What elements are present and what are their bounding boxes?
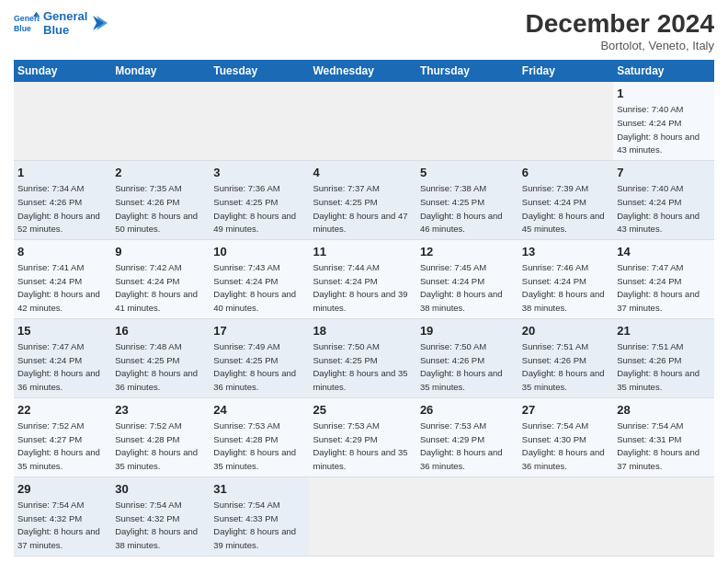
- logo: General Blue General Blue: [14, 9, 109, 37]
- day-number: 7: [617, 165, 711, 181]
- day-number: 8: [17, 244, 108, 260]
- sunset: Sunset: 4:26 PM: [420, 355, 484, 365]
- sunrise: Sunrise: 7:53 AM: [420, 420, 486, 431]
- daylight: Daylight: 8 hours and 45 minutes.: [522, 211, 605, 235]
- daylight: Daylight: 8 hours and 52 minutes.: [17, 211, 100, 235]
- day-number: 3: [213, 165, 305, 181]
- sunset: Sunset: 4:25 PM: [213, 355, 278, 365]
- day-number: 16: [115, 323, 206, 339]
- sunrise: Sunrise: 7:52 AM: [17, 420, 84, 431]
- day-cell: 12Sunrise: 7:45 AMSunset: 4:24 PMDayligh…: [416, 239, 518, 318]
- week-row-2: 1Sunrise: 7:34 AMSunset: 4:26 PMDaylight…: [14, 160, 714, 239]
- week-row-6: 29Sunrise: 7:54 AMSunset: 4:32 PMDayligh…: [14, 477, 714, 556]
- sunrise: Sunrise: 7:36 AM: [213, 183, 279, 193]
- week-row-1: 1Sunrise: 7:40 AMSunset: 4:24 PMDaylight…: [14, 82, 714, 160]
- logo-icon: General Blue: [14, 10, 40, 36]
- day-cell: 13Sunrise: 7:46 AMSunset: 4:24 PMDayligh…: [518, 239, 613, 318]
- daylight: Daylight: 8 hours and 35 minutes.: [313, 447, 407, 471]
- day-number: 13: [522, 244, 609, 260]
- sunset: Sunset: 4:24 PM: [17, 355, 82, 365]
- header-row: SundayMondayTuesdayWednesdayThursdayFrid…: [14, 60, 714, 82]
- col-header-saturday: Saturday: [613, 60, 714, 82]
- day-number: 11: [313, 244, 412, 260]
- sunrise: Sunrise: 7:51 AM: [617, 341, 683, 351]
- sunset: Sunset: 4:30 PM: [522, 434, 586, 444]
- sunrise: Sunrise: 7:53 AM: [213, 420, 279, 431]
- sunrise: Sunrise: 7:48 AM: [115, 341, 181, 351]
- day-cell: 14Sunrise: 7:47 AMSunset: 4:24 PMDayligh…: [613, 239, 714, 318]
- day-cell: [14, 82, 111, 160]
- sunset: Sunset: 4:28 PM: [213, 434, 278, 444]
- day-number: 15: [17, 323, 108, 339]
- sunrise: Sunrise: 7:51 AM: [522, 341, 588, 351]
- title-block: December 2024 Bortolot, Veneto, Italy: [526, 9, 714, 52]
- day-cell: 28Sunrise: 7:54 AMSunset: 4:31 PMDayligh…: [613, 397, 714, 477]
- logo-blue: Blue: [43, 23, 87, 37]
- day-cell: [111, 82, 210, 160]
- daylight: Daylight: 8 hours and 43 minutes.: [617, 211, 700, 235]
- daylight: Daylight: 8 hours and 36 minutes.: [213, 368, 296, 392]
- day-cell: 18Sunrise: 7:50 AMSunset: 4:25 PMDayligh…: [309, 318, 415, 397]
- sunset: Sunset: 4:27 PM: [17, 434, 82, 444]
- day-cell: 23Sunrise: 7:52 AMSunset: 4:28 PMDayligh…: [111, 397, 210, 477]
- sunrise: Sunrise: 7:52 AM: [115, 420, 181, 431]
- sunset: Sunset: 4:24 PM: [522, 197, 586, 207]
- day-cell: [416, 477, 518, 556]
- sunset: Sunset: 4:26 PM: [115, 197, 179, 207]
- day-cell: 29Sunrise: 7:54 AMSunset: 4:32 PMDayligh…: [14, 477, 111, 556]
- daylight: Daylight: 8 hours and 49 minutes.: [213, 211, 296, 235]
- sunrise: Sunrise: 7:37 AM: [313, 183, 379, 193]
- week-row-5: 22Sunrise: 7:52 AMSunset: 4:27 PMDayligh…: [14, 397, 714, 477]
- col-header-wednesday: Wednesday: [309, 60, 415, 82]
- header: General Blue General Blue December 2024 …: [14, 9, 714, 52]
- sunset: Sunset: 4:24 PM: [17, 276, 82, 286]
- day-number: 27: [522, 402, 609, 419]
- day-cell: [613, 477, 714, 556]
- sunset: Sunset: 4:26 PM: [17, 197, 82, 207]
- sunset: Sunset: 4:24 PM: [213, 276, 278, 286]
- sunrise: Sunrise: 7:54 AM: [213, 500, 279, 510]
- day-cell: 27Sunrise: 7:54 AMSunset: 4:30 PMDayligh…: [518, 397, 613, 477]
- day-number: 18: [313, 323, 412, 339]
- day-number: 14: [617, 244, 711, 260]
- day-cell: 6Sunrise: 7:39 AMSunset: 4:24 PMDaylight…: [518, 160, 613, 239]
- day-number: 28: [617, 402, 711, 419]
- daylight: Daylight: 8 hours and 39 minutes.: [313, 289, 407, 313]
- daylight: Daylight: 8 hours and 43 minutes.: [617, 132, 700, 155]
- daylight: Daylight: 8 hours and 38 minutes.: [420, 289, 503, 313]
- daylight: Daylight: 8 hours and 41 minutes.: [115, 289, 198, 313]
- sunrise: Sunrise: 7:47 AM: [17, 341, 84, 351]
- daylight: Daylight: 8 hours and 36 minutes.: [17, 368, 100, 392]
- daylight: Daylight: 8 hours and 35 minutes.: [17, 447, 100, 471]
- sunrise: Sunrise: 7:46 AM: [522, 262, 588, 272]
- sunset: Sunset: 4:24 PM: [420, 276, 484, 286]
- day-number: 25: [313, 402, 412, 419]
- day-cell: [309, 477, 415, 556]
- day-number: 1: [617, 86, 711, 102]
- day-cell: [210, 82, 309, 160]
- day-number: 26: [420, 402, 515, 419]
- sunset: Sunset: 4:26 PM: [617, 355, 681, 365]
- day-number: 31: [213, 481, 305, 498]
- sunset: Sunset: 4:28 PM: [115, 434, 179, 444]
- day-cell: [309, 82, 415, 160]
- col-header-sunday: Sunday: [14, 60, 111, 82]
- day-cell: 15Sunrise: 7:47 AMSunset: 4:24 PMDayligh…: [14, 318, 111, 397]
- day-cell: 17Sunrise: 7:49 AMSunset: 4:25 PMDayligh…: [210, 318, 309, 397]
- day-cell: 16Sunrise: 7:48 AMSunset: 4:25 PMDayligh…: [111, 318, 210, 397]
- day-number: 1: [17, 165, 108, 181]
- daylight: Daylight: 8 hours and 42 minutes.: [17, 289, 100, 313]
- day-cell: 25Sunrise: 7:53 AMSunset: 4:29 PMDayligh…: [309, 397, 415, 477]
- day-number: 17: [213, 323, 305, 339]
- sunset: Sunset: 4:31 PM: [617, 434, 681, 444]
- sunrise: Sunrise: 7:47 AM: [617, 262, 683, 272]
- day-cell: 20Sunrise: 7:51 AMSunset: 4:26 PMDayligh…: [518, 318, 613, 397]
- sunset: Sunset: 4:29 PM: [420, 434, 484, 444]
- day-number: 10: [213, 244, 305, 260]
- day-cell: 4Sunrise: 7:37 AMSunset: 4:25 PMDaylight…: [309, 160, 415, 239]
- sunset: Sunset: 4:24 PM: [115, 276, 179, 286]
- sunrise: Sunrise: 7:44 AM: [313, 262, 379, 272]
- sunrise: Sunrise: 7:41 AM: [17, 262, 84, 272]
- day-number: 12: [420, 244, 515, 260]
- sunrise: Sunrise: 7:54 AM: [617, 420, 683, 431]
